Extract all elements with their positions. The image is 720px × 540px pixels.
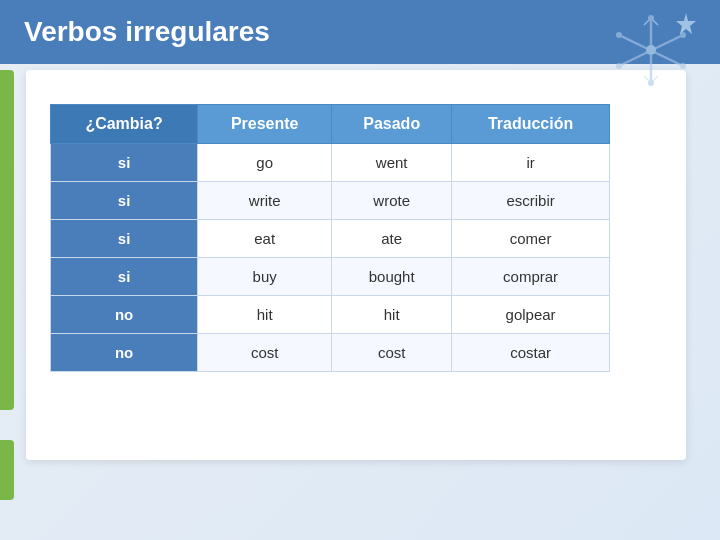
col-traduccion: Traducción xyxy=(452,105,610,144)
cell-presente-0: go xyxy=(198,144,332,182)
table-header-row: ¿Cambia? Presente Pasado Traducción xyxy=(51,105,610,144)
cell-cambia-3: si xyxy=(51,258,198,296)
svg-point-8 xyxy=(648,15,654,21)
svg-point-9 xyxy=(648,80,654,86)
table-container: ¿Cambia? Presente Pasado Traducción sigo… xyxy=(50,104,610,372)
cell-traduccion-4: golpear xyxy=(452,296,610,334)
content-wrapper: ¿Cambia? Presente Pasado Traducción sigo… xyxy=(0,64,720,392)
cell-cambia-2: si xyxy=(51,220,198,258)
cell-presente-3: buy xyxy=(198,258,332,296)
decorative-snowflake xyxy=(606,8,696,98)
cell-pasado-0: went xyxy=(332,144,452,182)
content-area: ¿Cambia? Presente Pasado Traducción sigo… xyxy=(0,64,720,392)
col-pasado: Pasado xyxy=(332,105,452,144)
svg-marker-14 xyxy=(676,13,696,34)
cell-traduccion-2: comer xyxy=(452,220,610,258)
page-title: Verbos irregulares xyxy=(24,16,270,47)
cell-cambia-4: no xyxy=(51,296,198,334)
green-accent-bar-bottom xyxy=(0,440,14,500)
cell-presente-5: cost xyxy=(198,334,332,372)
header: Verbos irregulares xyxy=(0,0,720,64)
cell-cambia-1: si xyxy=(51,182,198,220)
col-cambia: ¿Cambia? xyxy=(51,105,198,144)
cell-pasado-1: wrote xyxy=(332,182,452,220)
col-presente: Presente xyxy=(198,105,332,144)
table-row: sieatatecomer xyxy=(51,220,610,258)
cell-presente-4: hit xyxy=(198,296,332,334)
svg-point-12 xyxy=(616,63,622,69)
cell-cambia-5: no xyxy=(51,334,198,372)
cell-cambia-0: si xyxy=(51,144,198,182)
table-row: siwritewroteescribir xyxy=(51,182,610,220)
table-row: sibuyboughtcomprar xyxy=(51,258,610,296)
cell-traduccion-0: ir xyxy=(452,144,610,182)
cell-presente-2: eat xyxy=(198,220,332,258)
table-row: sigowentir xyxy=(51,144,610,182)
cell-pasado-5: cost xyxy=(332,334,452,372)
page-background: Verbos irregulares xyxy=(0,0,720,540)
cell-pasado-4: hit xyxy=(332,296,452,334)
cell-pasado-2: ate xyxy=(332,220,452,258)
svg-point-10 xyxy=(616,32,622,38)
cell-traduccion-1: escribir xyxy=(452,182,610,220)
cell-traduccion-5: costar xyxy=(452,334,610,372)
svg-point-7 xyxy=(646,45,656,55)
verbs-table: ¿Cambia? Presente Pasado Traducción sigo… xyxy=(50,104,610,372)
cell-traduccion-3: comprar xyxy=(452,258,610,296)
cell-presente-1: write xyxy=(198,182,332,220)
svg-point-11 xyxy=(680,63,686,69)
table-row: nocostcostcostar xyxy=(51,334,610,372)
cell-pasado-3: bought xyxy=(332,258,452,296)
table-row: nohithitgolpear xyxy=(51,296,610,334)
